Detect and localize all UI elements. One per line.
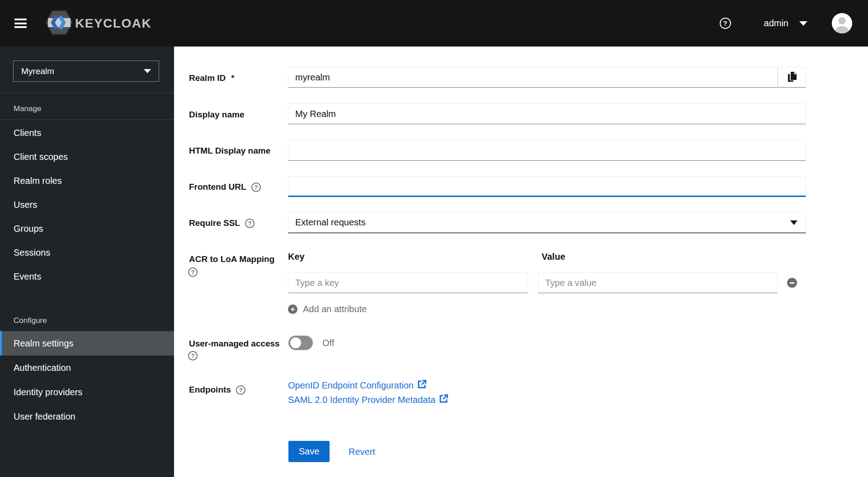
- sidebar-item-client-scopes[interactable]: Client scopes: [0, 145, 174, 169]
- user-managed-access-toggle[interactable]: [288, 336, 313, 350]
- nav-section-configure: Configure: [14, 316, 47, 325]
- sidebar-item-groups[interactable]: Groups: [0, 217, 174, 241]
- realm-selector[interactable]: Myrealm: [13, 61, 159, 82]
- sidebar-item-user-federation[interactable]: User federation: [0, 404, 174, 429]
- divider: [0, 93, 174, 93]
- sidebar: Myrealm Manage Clients Client scopes Rea…: [0, 47, 174, 477]
- revert-button[interactable]: Revert: [349, 447, 375, 457]
- html-display-name-label: HTML Display name: [189, 146, 270, 156]
- sidebar-item-authentication[interactable]: Authentication: [0, 355, 174, 380]
- help-icon[interactable]: ?: [188, 351, 198, 360]
- sidebar-item-sessions[interactable]: Sessions: [0, 241, 174, 265]
- header-toolbar: ? admin: [720, 13, 852, 33]
- acr-value-input[interactable]: [538, 272, 778, 293]
- remove-attribute-button[interactable]: [787, 278, 797, 288]
- realm-id-input[interactable]: [288, 67, 778, 88]
- hamburger-menu-icon[interactable]: [14, 19, 27, 28]
- sidebar-item-realm-settings[interactable]: Realm settings: [0, 331, 174, 355]
- avatar[interactable]: [832, 13, 852, 33]
- realm-selector-value: Myrealm: [21, 66, 54, 76]
- realm-id-group: [288, 67, 806, 88]
- sidebar-item-clients[interactable]: Clients: [0, 121, 174, 145]
- add-attribute-button[interactable]: + Add an attribute: [288, 304, 367, 314]
- external-link-icon: [439, 394, 448, 405]
- external-link-icon: [418, 380, 426, 391]
- sidebar-item-users[interactable]: Users: [0, 193, 174, 217]
- chevron-down-icon: [144, 69, 151, 73]
- realm-settings-form: Realm ID * Display name HTML Display nam…: [174, 47, 868, 477]
- help-icon[interactable]: ?: [236, 385, 245, 395]
- html-display-name-input[interactable]: [288, 140, 806, 161]
- user-name: admin: [764, 18, 788, 28]
- chevron-down-icon: [790, 220, 797, 225]
- user-managed-access-label: User-managed access: [189, 339, 280, 349]
- sidebar-item-identity-providers[interactable]: Identity providers: [0, 380, 174, 404]
- frontend-url-label: Frontend URL ?: [189, 182, 261, 192]
- frontend-url-input[interactable]: [288, 176, 806, 197]
- help-icon[interactable]: ?: [251, 182, 261, 192]
- configure-nav-list: Realm settings Authentication Identity p…: [0, 331, 174, 429]
- saml-metadata-link[interactable]: SAML 2.0 Identity Provider Metadata: [288, 393, 448, 407]
- help-icon[interactable]: ?: [188, 267, 198, 277]
- brand-wordmark: KEYCLOAK: [75, 16, 151, 31]
- require-ssl-selected-value: External requests: [295, 217, 366, 228]
- nav-section-manage: Manage: [14, 104, 41, 113]
- toggle-state-label: Off: [322, 338, 334, 348]
- toggle-knob: [290, 337, 301, 348]
- require-ssl-label: Require SSL ?: [189, 218, 255, 228]
- display-name-label: Display name: [189, 110, 245, 120]
- acr-to-loa-label: ACR to LoA Mapping: [189, 254, 274, 264]
- user-menu[interactable]: admin: [764, 18, 807, 28]
- value-column-header: Value: [542, 252, 565, 262]
- acr-key-input[interactable]: [288, 272, 528, 293]
- manage-nav-list: Clients Client scopes Realm roles Users …: [0, 121, 174, 289]
- keycloak-hexagon-icon: [45, 10, 73, 37]
- copy-button[interactable]: [778, 67, 806, 88]
- masthead: KEYCLOAK ? admin: [0, 0, 868, 47]
- brand-logo[interactable]: KEYCLOAK: [45, 10, 151, 37]
- openid-endpoint-link[interactable]: OpenID Endpoint Configuration: [288, 378, 448, 393]
- help-icon[interactable]: ?: [245, 219, 255, 228]
- required-indicator: *: [231, 73, 234, 83]
- minus-icon: [790, 282, 794, 284]
- plus-icon: +: [288, 304, 297, 314]
- sidebar-item-realm-roles[interactable]: Realm roles: [0, 169, 174, 193]
- chevron-down-icon: [799, 21, 807, 26]
- help-icon[interactable]: ?: [720, 18, 731, 29]
- display-name-input[interactable]: [288, 103, 806, 124]
- require-ssl-select[interactable]: External requests: [288, 212, 806, 234]
- copy-icon: [787, 71, 797, 84]
- realm-id-label: Realm ID *: [189, 73, 235, 83]
- key-column-header: Key: [288, 252, 305, 262]
- endpoints-label: Endpoints ?: [189, 385, 245, 395]
- endpoint-links: OpenID Endpoint Configuration SAML 2.0 I…: [288, 378, 448, 407]
- save-button[interactable]: Save: [288, 441, 330, 462]
- sidebar-item-events[interactable]: Events: [0, 265, 174, 289]
- divider: [0, 119, 174, 120]
